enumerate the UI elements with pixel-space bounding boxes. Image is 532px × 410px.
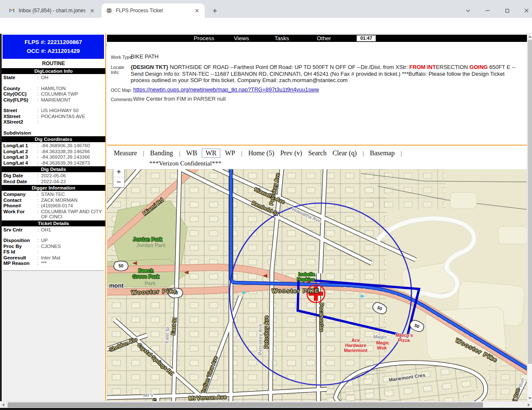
street-label: Mt Vernon Ave [189, 393, 227, 401]
occ-map-link-wrap: https://newtin.oups.org/newtinweb/map_tk… [133, 86, 319, 93]
poi-label: Hardware [345, 343, 366, 348]
tab-close-icon[interactable]: ✕ [89, 7, 96, 14]
park-label-shadow: Park [145, 281, 156, 286]
wr-button-selected[interactable]: WR [202, 149, 220, 158]
minimize-button[interactable] [480, 5, 495, 16]
confidential-banner: ***Verizon Confidential*** [149, 160, 221, 167]
street-label: Petoskey Ave [263, 316, 269, 348]
field-longlat2: Long/Lat 2:-84.363338,39.146266 [2, 149, 105, 154]
new-tab-button[interactable]: + [210, 6, 220, 16]
field-work-for: Work For:COLUMBIA TWP AND CITY OF CINCI [2, 209, 105, 220]
priority-label: ROUTINE [2, 59, 105, 68]
tab-flps[interactable]: FLPS Process Ticket ✕ [101, 3, 205, 18]
map-zoom-control: + − [113, 169, 125, 187]
occ-map-label: OCC Map: [111, 88, 132, 93]
locate-info-text: {DESIGN TKT} NORTHSIDE OF ROAD --Farthes… [131, 64, 525, 84]
map-panel: Measure| Banding| WB WR WP| Home (5) Pre… [107, 145, 527, 410]
page-scrollbar-thumb[interactable] [8, 402, 483, 407]
poi-label: Mariemont [344, 348, 367, 353]
globe-icon [106, 7, 112, 14]
flps-number: FLPS #: 22211200867 [3, 38, 104, 47]
field-disposition: Disposition:UP [2, 238, 105, 243]
menu-views[interactable]: Views [234, 35, 249, 41]
home-view-button[interactable]: Home (5) [248, 149, 274, 157]
banding-button[interactable]: Banding [150, 149, 173, 157]
page-vertical-scrollbar[interactable] [527, 34, 532, 401]
field-city-flps: City(FLPS):MARIEMONT [2, 97, 105, 103]
field-recd-date: Recd Date:2022-04-22 [2, 179, 105, 184]
tab-title: FLPS Process Ticket [116, 8, 190, 14]
basemap-button[interactable]: Basemap [370, 149, 395, 157]
screen: Inbox (57,854) - chari.m.jones@ve ✕ FLPS… [0, 0, 532, 410]
field-contact: Contact:ZACK MORMAN [2, 198, 105, 203]
field-longlat1: Long/Lat 1:-84.368906,39.146760 [2, 143, 105, 149]
poi-label: Isabella [299, 272, 315, 277]
maximize-button[interactable] [500, 5, 514, 16]
field-srv-cntr: Srv Cntr:OH1 [2, 227, 105, 233]
map-svg: 50 50 50 50 Miami Rd Hiawatha Ave Hiawat… [107, 169, 527, 410]
gmail-icon [8, 7, 15, 14]
section-header-details: Dig Details [2, 166, 105, 172]
poi-label: Ace [351, 338, 360, 343]
field-xstreet2: XStreet2: [2, 119, 105, 125]
section-header-diglocation: DigLocation Info [2, 68, 105, 74]
comments-label: Comments: [111, 97, 134, 102]
section-header-coords: Dig Coordinates [2, 136, 105, 142]
vertical-scrollbar-thumb[interactable] [528, 40, 532, 364]
zoom-in-button[interactable]: + [113, 169, 124, 177]
ticket-main-panel: Process Views Tasks Other 01:47 Work Typ… [107, 34, 527, 401]
ticket-timer: 01:47 [356, 35, 376, 41]
close-button[interactable] [519, 5, 532, 16]
field-longlat3: Long/Lat 3:-84.369207,39.143366 [2, 154, 105, 160]
field-fs-id: FS Id: [2, 249, 105, 255]
poi-label: Magic [376, 340, 389, 345]
section-header-digger: Digger Information [2, 185, 105, 191]
field-phone: Phone#:(419)969-0174 [2, 203, 105, 209]
poi-label-shadow: Magic [373, 334, 387, 339]
menu-process[interactable]: Process [194, 35, 214, 41]
park-label: Grove Park [132, 274, 159, 280]
occ-map-link[interactable]: https://newtin.oups.org/newtinweb/map_tk… [133, 86, 319, 93]
sidebar-empty-area [2, 271, 105, 402]
svg-text:50: 50 [118, 263, 123, 268]
browser-toolbar: flps.verizon.com/nextTicket.htm?action=g… [0, 18, 532, 34]
poi-label: Hopkins [297, 277, 315, 282]
field-state: State:OH [2, 75, 105, 80]
street-label: Mt V [143, 393, 154, 398]
occ-number: OCC #: A211201429 [3, 47, 104, 55]
ticket-info-area: Work Type: BIKE PATH LocateInfo: {DESIGN… [107, 42, 527, 145]
tab-title: Inbox (57,854) - chari.m.jones@ve [19, 8, 85, 14]
search-button[interactable]: Search [308, 149, 327, 157]
poi-label: Wok [377, 345, 387, 350]
tab-gmail[interactable]: Inbox (57,854) - chari.m.jones@ve ✕ [4, 3, 100, 18]
section-header-ticket: Ticket Details [2, 220, 105, 226]
clear-button[interactable]: Clear (q) [332, 149, 356, 157]
prev-view-button[interactable]: Prev (v) [280, 149, 302, 157]
zoom-out-button[interactable]: − [113, 177, 124, 187]
page-horizontal-scrollbar[interactable] [0, 401, 532, 408]
comments-value: Wire Center from FIM in PARSER null [133, 96, 226, 102]
menu-other[interactable]: Other [317, 35, 331, 41]
work-type-label: Work Type: [111, 55, 133, 60]
tab-close-icon[interactable]: ✕ [194, 7, 200, 14]
street-label: Pocahontas [318, 303, 324, 332]
poi-label: Marco's [395, 333, 413, 338]
poi-label: Pizza [398, 338, 410, 343]
wp-button[interactable]: WP [225, 149, 235, 157]
field-xstreet: XStreet:POCAHONTAS AVE [2, 114, 105, 119]
field-subdivision: Subdivision: [2, 130, 105, 136]
street-label: Petoskey Ave [258, 324, 263, 355]
window-bottom-edge [0, 408, 532, 410]
menu-tasks[interactable]: Tasks [274, 35, 289, 41]
park-label: Beech [138, 268, 154, 274]
wb-button[interactable]: WB [186, 149, 197, 157]
field-georesult: Georesult:Inter Mat [2, 255, 105, 261]
map-toolbar: Measure| Banding| WB WR WP| Home (5) Pre… [107, 146, 527, 160]
tab-strip: Inbox (57,854) - chari.m.jones@ve ✕ FLPS… [0, 3, 532, 18]
park-label-shadow: Jordan Park [136, 242, 166, 248]
locate-info-label: LocateInfo: [111, 65, 124, 75]
measure-button[interactable]: Measure [114, 149, 137, 157]
map-canvas[interactable]: 50 50 50 50 Miami Rd Hiawatha Ave Hiawat… [107, 169, 527, 410]
field-dig-date: Dig Date:2022-05-06 [2, 173, 105, 179]
tab-search-chevron-icon[interactable] [461, 5, 475, 16]
